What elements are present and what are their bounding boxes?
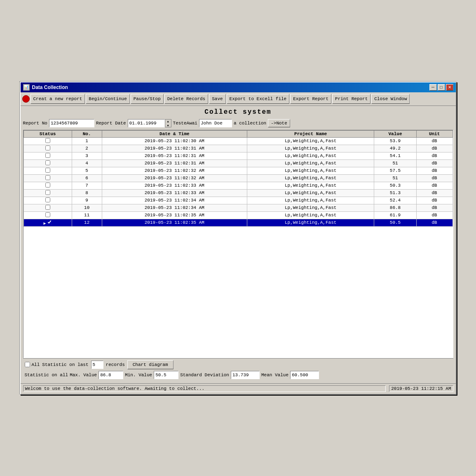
table-row[interactable]: 22019-05-23 11:02:31 AMLp,Weighting,A,Fa… — [23, 145, 453, 152]
row-datetime: 2019-05-23 11:02:34 AM — [102, 204, 247, 211]
row-no: 12 — [72, 219, 102, 226]
save-button[interactable]: Save — [209, 94, 225, 104]
table-row[interactable]: ▶122019-05-23 11:02:35 AMLp,Weighting,A,… — [23, 219, 453, 226]
row-unit: dB — [416, 145, 453, 152]
row-datetime: 2019-05-23 11:02:31 AM — [102, 159, 247, 167]
row-no: 5 — [72, 167, 102, 174]
row-project: Lp,Weighting,A,Fast — [247, 145, 374, 152]
col-no: No. — [72, 130, 102, 137]
row-checkbox[interactable] — [45, 138, 50, 143]
close-button[interactable]: ✕ — [446, 84, 453, 91]
row-value: 49.2 — [374, 145, 416, 152]
table-row[interactable]: 112019-05-23 11:02:35 AMLp,Weighting,A,F… — [23, 211, 453, 219]
row-checkbox[interactable] — [45, 168, 50, 173]
max-value-input[interactable] — [98, 371, 123, 379]
chart-diagram-button[interactable]: Chart diagram — [127, 360, 174, 369]
table-row[interactable]: 12019-05-23 11:02:30 AMLp,Weighting,A,Fa… — [23, 137, 453, 145]
row-datetime: 2019-05-23 11:02:32 AM — [102, 174, 247, 182]
row-no: 9 — [72, 197, 102, 204]
content-area: Collect system Report No Report Date ▲ ▼… — [21, 106, 456, 383]
statistic-all-label: Statistic on all — [25, 373, 68, 378]
row-unit: dB — [416, 167, 453, 174]
row-status-cell — [23, 204, 72, 211]
export-excel-button[interactable]: Export to Excell file — [227, 94, 290, 104]
max-value-label: Max. Value — [70, 373, 97, 378]
row-datetime: 2019-05-23 11:02:33 AM — [102, 182, 247, 189]
table-row[interactable]: 102019-05-23 11:02:34 AMLp,Weighting,A,F… — [23, 204, 453, 211]
stats-row2: Statistic on all Max. Value Min. Value S… — [25, 371, 452, 379]
close-window-button[interactable]: Close Window — [371, 94, 410, 104]
row-project: Lp,Weighting,A,Fast — [247, 167, 374, 174]
row-no: 8 — [72, 189, 102, 197]
row-no: 3 — [72, 152, 102, 159]
data-table: Status No. Date & Time Project Name Valu… — [23, 130, 453, 227]
row-status-cell — [23, 152, 72, 159]
table-row[interactable]: 62019-05-23 11:02:32 AMLp,Weighting,A,Fa… — [23, 174, 453, 182]
export-report-button[interactable]: Export Report — [290, 94, 331, 104]
table-row[interactable]: 92019-05-23 11:02:34 AMLp,Weighting,A,Fa… — [23, 197, 453, 204]
print-report-button[interactable]: Print Report — [332, 94, 370, 104]
row-checkbox[interactable] — [45, 153, 50, 158]
minimize-button[interactable]: ─ — [429, 84, 437, 91]
pause-stop-button[interactable]: Pause/Stop — [131, 94, 164, 104]
report-no-input[interactable] — [49, 119, 94, 127]
records-count-input[interactable] — [91, 361, 103, 369]
date-spinner[interactable]: ▲ ▼ — [165, 119, 171, 127]
min-value-input[interactable] — [154, 371, 178, 379]
row-checkbox[interactable] — [45, 160, 50, 165]
form-title: Collect system — [23, 108, 453, 116]
col-value: Value — [374, 130, 416, 137]
row-checkbox[interactable] — [45, 212, 50, 217]
maximize-button[interactable]: □ — [438, 84, 445, 91]
row-no: 7 — [72, 182, 102, 189]
row-checkbox[interactable] — [45, 145, 50, 150]
data-table-container: Status No. Date & Time Project Name Valu… — [23, 130, 453, 358]
all-checkbox[interactable] — [25, 362, 30, 367]
row-project: Lp,Weighting,A,Fast — [247, 197, 374, 204]
table-row[interactable]: 82019-05-23 11:02:33 AMLp,Weighting,A,Fa… — [23, 189, 453, 197]
toolbar: Creat a new report Begin/Continue Pause/… — [21, 92, 456, 106]
col-project: Project Name — [247, 130, 374, 137]
create-report-button[interactable]: Creat a new report — [30, 94, 85, 104]
row-unit: dB — [416, 182, 453, 189]
col-status: Status — [23, 130, 72, 137]
row-value: 50.3 — [374, 182, 416, 189]
all-checkbox-group: All — [25, 362, 40, 367]
row-datetime: 2019-05-23 11:02:31 AM — [102, 145, 247, 152]
row-checkbox[interactable] — [45, 183, 50, 188]
delete-records-button[interactable]: Delete Records — [164, 94, 208, 104]
note-button[interactable]: ->Note — [268, 119, 290, 127]
table-row[interactable]: 42019-05-23 11:02:31 AMLp,Weighting,A,Fa… — [23, 159, 453, 167]
row-checkbox[interactable] — [45, 190, 50, 195]
row-project: Lp,Weighting,A,Fast — [247, 182, 374, 189]
row-datetime: 2019-05-23 11:02:35 AM — [102, 219, 247, 226]
row-value: 86.8 — [374, 204, 416, 211]
row-checkbox[interactable] — [47, 220, 52, 225]
std-dev-input[interactable] — [231, 371, 260, 379]
testee-input[interactable] — [199, 119, 232, 127]
row-no: 4 — [72, 159, 102, 167]
row-checkbox[interactable] — [45, 197, 50, 202]
mean-value-input[interactable] — [290, 371, 319, 379]
testee-label: TesteAwai — [173, 121, 197, 126]
title-buttons: ─ □ ✕ — [429, 84, 453, 91]
row-no: 10 — [72, 204, 102, 211]
begin-continue-button[interactable]: Begin/Continue — [86, 94, 129, 104]
row-checkbox[interactable] — [45, 175, 50, 180]
date-input-group: ▲ ▼ — [128, 119, 171, 127]
row-unit: dB — [416, 159, 453, 167]
table-row[interactable]: 32019-05-23 11:02:31 AMLp,Weighting,A,Fa… — [23, 152, 453, 159]
row-no: 6 — [72, 174, 102, 182]
row-unit: dB — [416, 219, 453, 226]
row-unit: dB — [416, 152, 453, 159]
row-datetime: 2019-05-23 11:02:33 AM — [102, 189, 247, 197]
row-no: 1 — [72, 137, 102, 145]
row-value: 50.5 — [374, 219, 416, 226]
table-row[interactable]: 72019-05-23 11:02:33 AMLp,Weighting,A,Fa… — [23, 182, 453, 189]
col-datetime: Date & Time — [102, 130, 247, 137]
row-project: Lp,Weighting,A,Fast — [247, 219, 374, 226]
row-checkbox[interactable] — [45, 205, 50, 210]
table-row[interactable]: 52019-05-23 11:02:32 AMLp,Weighting,A,Fa… — [23, 167, 453, 174]
row-unit: dB — [416, 211, 453, 219]
report-date-input[interactable] — [128, 119, 165, 127]
